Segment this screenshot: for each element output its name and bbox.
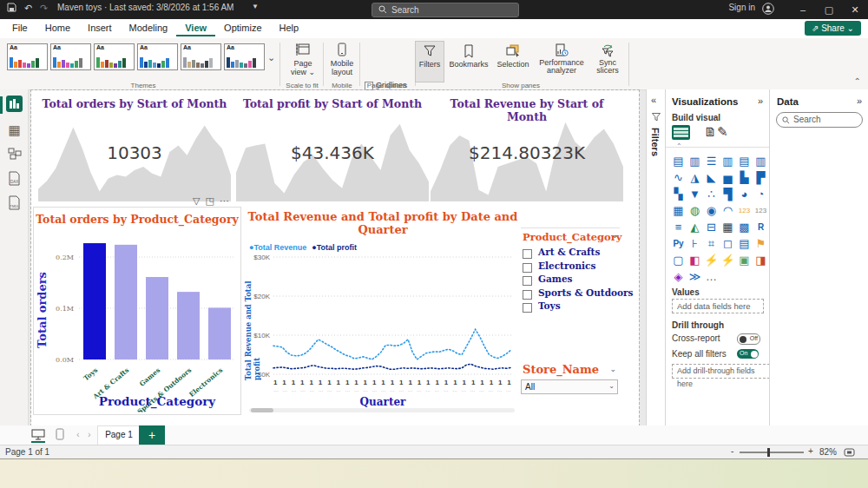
visual-focus-icon[interactable]: ◳ <box>205 195 219 206</box>
gauge-icon[interactable]: ◠ <box>720 203 735 218</box>
stacked-area-chart-icon[interactable]: ◣ <box>704 170 719 185</box>
line-clustered-column-chart-icon[interactable]: ▙ <box>737 170 752 185</box>
theme-thumbnail-5[interactable]: Aa <box>181 43 221 70</box>
x-scrollbar-track[interactable] <box>249 408 515 412</box>
add-drill-through-fields-dropzone[interactable]: Add drill-through fields here <box>672 364 770 379</box>
slicer-item-toys[interactable]: Toys <box>523 302 618 314</box>
100-stacked-bar-chart-icon[interactable]: ▤ <box>737 154 752 168</box>
collapse-data-icon[interactable]: » <box>857 96 862 106</box>
dot-plot-icon[interactable]: ▜ <box>720 187 735 201</box>
decomposition-tree-icon[interactable]: ⊦ <box>687 236 702 251</box>
page-view-button[interactable]: Page view ⌄ <box>286 42 319 76</box>
sign-in-button[interactable]: Sign in <box>728 3 755 12</box>
treemap-icon[interactable]: ▦ <box>671 203 686 218</box>
dax-query-view-button[interactable]: DAX <box>7 171 22 186</box>
paginated-report-icon[interactable]: ▢ <box>671 253 686 267</box>
image-icon[interactable]: ▣ <box>737 253 752 267</box>
checkbox[interactable] <box>523 263 532 273</box>
checkbox[interactable] <box>523 276 532 286</box>
custom-visual-icon[interactable]: ◨ <box>753 253 768 267</box>
mobile-view-icon[interactable] <box>56 428 64 440</box>
format-visual-tab[interactable]: 🗎✎ <box>704 124 728 140</box>
new-page-button[interactable]: + <box>139 425 165 446</box>
multi-row-card-icon[interactable]: ≡ <box>671 220 686 234</box>
menu-item-home[interactable]: Home <box>36 19 79 35</box>
save-icon[interactable] <box>7 3 16 14</box>
zoom-out-button[interactable]: - <box>731 446 733 456</box>
r-script-visual-icon[interactable]: R <box>753 220 768 234</box>
expand-filters-icon[interactable]: « <box>651 95 656 105</box>
pie-chart-icon[interactable]: ◕ <box>737 187 752 201</box>
theme-thumbnail-2[interactable]: Aa <box>50 43 91 70</box>
checkbox[interactable] <box>523 303 532 313</box>
share-button[interactable]: ⇗ Share ⌄ <box>805 21 861 36</box>
stacked-column-chart-icon[interactable]: ▥ <box>687 154 702 168</box>
slicer-item-electronics[interactable]: Electronics <box>523 262 618 274</box>
key-influencers-icon[interactable]: ⌗ <box>704 236 719 251</box>
account-avatar-icon[interactable] <box>762 3 774 16</box>
slicer-icon[interactable]: ⊟ <box>704 220 719 234</box>
scatter-chart-icon[interactable]: ∴ <box>704 187 719 201</box>
kpi-card-3[interactable]: Total Revenue by Start of Month$214.8032… <box>431 94 623 201</box>
bar-toys[interactable] <box>83 243 106 359</box>
100-stacked-column-chart-icon[interactable]: ▥ <box>753 154 768 168</box>
power-automate-visual-icon[interactable]: ≫ <box>687 269 702 284</box>
close-button[interactable]: ✕ <box>842 0 868 19</box>
zoom-slider-thumb[interactable] <box>767 448 770 457</box>
fit-to-page-icon[interactable] <box>844 448 855 457</box>
menu-item-view[interactable]: View <box>176 19 215 36</box>
ribbon-chart-icon[interactable]: ▛ <box>753 170 768 185</box>
themes-expand-icon[interactable]: ⌄ <box>267 52 275 63</box>
model-view-button[interactable] <box>7 147 22 162</box>
bookmarks-pane-button[interactable]: Bookmarks <box>446 41 491 69</box>
slicer-item-games[interactable]: Games <box>523 275 618 287</box>
theme-thumbnail-4[interactable]: Aa <box>137 43 178 70</box>
store-name-slicer[interactable]: Store_Name ⌄ All ⌄ <box>521 363 620 398</box>
bar-art-&-crafts[interactable] <box>115 245 137 359</box>
menu-item-modeling[interactable]: Modeling <box>121 19 177 35</box>
checkbox[interactable] <box>523 290 532 300</box>
add-data-fields-dropzone[interactable]: Add data fields here <box>672 299 764 313</box>
chevron-down-icon[interactable]: ⌄ <box>611 231 618 240</box>
legend-item[interactable]: ●Total Revenue <box>249 243 306 252</box>
legend-item[interactable]: ●Total profit <box>312 243 357 252</box>
zoom-slider-track[interactable] <box>740 452 804 453</box>
menu-item-file[interactable]: File <box>3 19 36 35</box>
zoom-in-button[interactable]: + <box>808 446 813 456</box>
table-icon[interactable]: ▦ <box>720 220 735 234</box>
stacked-bar-chart-icon[interactable]: ▤ <box>671 154 686 168</box>
data-search-input[interactable]: Search <box>776 112 863 128</box>
store-name-dropdown[interactable]: All ⌄ <box>521 379 618 394</box>
menu-item-insert[interactable]: Insert <box>79 19 121 35</box>
python-visual-icon[interactable]: Py <box>671 236 686 251</box>
collapse-ribbon-icon[interactable]: ⌃ <box>854 76 861 86</box>
line-chart-visual[interactable]: Total Revenue and Total profit by Date a… <box>246 207 520 415</box>
menu-item-optimize[interactable]: Optimize <box>215 19 270 35</box>
redo-icon[interactable]: ↷ <box>40 3 48 14</box>
maximize-button[interactable]: ▢ <box>816 0 842 19</box>
funnel-chart-icon[interactable]: ▼ <box>687 187 702 201</box>
selection-pane-button[interactable]: Selection <box>493 41 533 69</box>
theme-thumbnail-6[interactable]: Aa <box>224 43 265 70</box>
mobile-layout-button[interactable]: Mobile layout <box>326 42 358 76</box>
keep-all-filters-toggle[interactable]: On <box>737 349 759 359</box>
theme-thumbnail-1[interactable]: Aa <box>7 43 48 70</box>
map-icon[interactable]: ◍ <box>687 203 702 218</box>
table-view-button[interactable]: ▦ <box>7 122 22 137</box>
kpi-icon[interactable]: 123 <box>737 203 752 218</box>
donut-chart-icon[interactable]: ◔ <box>753 187 768 201</box>
performance-analyzer-pane-button[interactable]: Performance analyzer <box>535 41 589 75</box>
matrix-icon[interactable]: ▩ <box>737 220 752 234</box>
sync-slicers-pane-button[interactable]: Sync slicers <box>590 41 625 75</box>
line-stacked-column-chart-icon[interactable]: ▅ <box>720 170 735 185</box>
slicer-item-art-crafts[interactable]: Art & Crafts <box>523 248 618 260</box>
clustered-column-chart-icon[interactable]: ▥ <box>720 154 735 168</box>
smart-narrative-icon[interactable]: ▤ <box>737 236 752 251</box>
qa-visual-icon[interactable]: ◻ <box>720 236 735 251</box>
kpi-card-2[interactable]: Total profit by Start of Month$43.436K <box>236 94 429 201</box>
bar-games[interactable] <box>146 277 168 359</box>
prev-page-icon[interactable]: ‹ <box>76 429 80 439</box>
tmdl-view-button[interactable]: TMDL <box>7 195 22 210</box>
x-scrollbar-thumb[interactable] <box>251 408 273 412</box>
menu-item-help[interactable]: Help <box>271 19 308 35</box>
